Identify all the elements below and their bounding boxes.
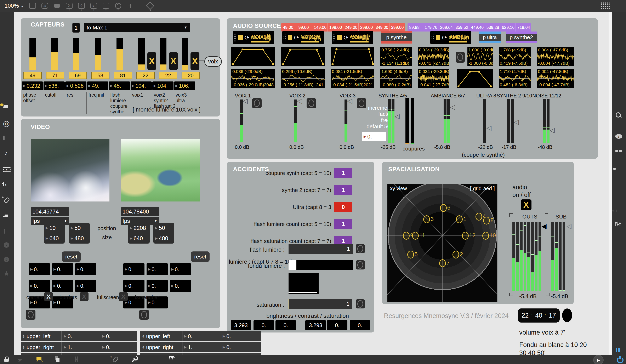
position-xy-box[interactable]: ▶10 ▶640 [44, 223, 65, 243]
step-cell[interactable]: 359.52 [454, 23, 470, 32]
saturation-slider[interactable]: 1 [289, 299, 352, 309]
bang-button[interactable] [26, 310, 36, 320]
float-box[interactable]: ▶0. [123, 280, 145, 292]
slider-handle[interactable]: ◁ [514, 119, 519, 125]
increment-float-box[interactable]: ▶0. [362, 132, 386, 141]
capteur-value-box[interactable]: 71 [46, 72, 64, 79]
count-box[interactable]: 1 [334, 219, 352, 229]
player-voix2[interactable]: ⟳ VOIX2... [282, 31, 324, 44]
capteur-slider[interactable] [95, 38, 101, 70]
number-box-icon[interactable]: 0▼ [77, 1, 86, 10]
source-point[interactable]: 6 [440, 204, 447, 212]
mute-toggle-voix2[interactable]: X [169, 52, 178, 70]
capteur-slider[interactable] [138, 38, 145, 70]
source-point[interactable]: 8 [483, 217, 490, 225]
split-view-icon[interactable] [615, 150, 622, 152]
spinner-icon[interactable]: ▲▼ [142, 334, 145, 338]
float-box[interactable]: ▶0. [29, 263, 50, 275]
p-ultra-object[interactable]: p ultra [479, 32, 501, 43]
source-point[interactable]: 2 [453, 251, 459, 258]
bcs-value[interactable]: 3.293 [231, 320, 251, 330]
loop-icon[interactable]: ⟳ [344, 34, 349, 41]
bcs-value[interactable]: 0. [327, 320, 348, 330]
bcs-value[interactable]: 0. [275, 320, 296, 330]
coord-label-cell[interactable]: ▲▼upper_right [140, 342, 182, 352]
capteur-slider[interactable] [182, 38, 188, 70]
param-number-box[interactable]: ▶536. [43, 81, 65, 90]
count-box[interactable]: 0 [334, 202, 352, 212]
step-cell[interactable]: 399.00 [390, 23, 405, 32]
stop-icon[interactable] [288, 35, 292, 40]
capteur-value-box[interactable]: 22 [159, 72, 177, 79]
filters-icon[interactable] [615, 222, 620, 226]
step-cell[interactable]: 99.00 [297, 23, 312, 32]
waveform-thumb[interactable]: VOIX3... [350, 32, 370, 43]
param-number-box[interactable]: ▶104. [152, 81, 173, 90]
flash-lumiere-slider[interactable]: 1 [289, 244, 353, 254]
step-cell[interactable]: 269.64 [438, 23, 454, 32]
step-cell[interactable]: 179.76 [423, 23, 439, 32]
audio-meter-mini-icon[interactable] [616, 348, 620, 352]
music-note-icon[interactable]: ♪ [4, 149, 8, 157]
step-cell[interactable]: 349.00 [374, 23, 390, 32]
param-number-box[interactable]: ▶0.232 [22, 81, 43, 90]
gain-slider-voix2[interactable] [294, 99, 297, 142]
size-wh-box-2[interactable]: ▶50 ▶480 [153, 223, 174, 243]
bang-button[interactable] [356, 244, 365, 253]
outs-gain-handle[interactable]: ◀ [542, 222, 547, 230]
bandcamp-badge-icon[interactable]: b [4, 257, 9, 262]
bang-button[interactable] [456, 52, 465, 63]
capteur-slider[interactable] [73, 38, 79, 70]
param-number-box[interactable]: ▶106. [174, 81, 195, 90]
step-cell[interactable]: 249.00 [343, 23, 359, 32]
capteur-slider[interactable] [117, 38, 123, 70]
zoom-menu[interactable]: 100%▼ [4, 3, 24, 9]
step-cell[interactable]: 299.00 [359, 23, 374, 32]
loop-icon[interactable]: ⟳ [294, 34, 299, 41]
red-step-strip[interactable]: 49.0099.00149.00199.00249.00299.00349.00… [281, 23, 405, 32]
preset-number[interactable]: 1 [72, 23, 80, 33]
target-dropdown[interactable]: to Max 1▼ [84, 23, 190, 32]
reset-button-right[interactable]: reset [191, 251, 210, 262]
player-ambiance[interactable]: ⟳ AMBI... [430, 31, 471, 44]
envelope-editor[interactable] [281, 47, 325, 66]
slider-handle[interactable]: ◁ [242, 97, 248, 104]
source-point[interactable]: 12 [462, 232, 469, 240]
borders-toggle[interactable]: X [80, 292, 88, 301]
slider-handle[interactable]: ◁ [297, 97, 302, 104]
fondu-lumiere-slider[interactable] [289, 260, 353, 270]
scrollbar[interactable] [609, 12, 612, 355]
stop-icon[interactable] [436, 35, 440, 40]
bang-button[interactable] [252, 98, 262, 108]
coord-label-cell[interactable]: ▲▼upper_right [21, 342, 62, 352]
float-box[interactable]: ▶0. [29, 280, 50, 292]
corners-toggle[interactable]: X [44, 292, 53, 301]
source-point[interactable]: 3 [423, 215, 430, 223]
stop-icon[interactable] [337, 35, 342, 40]
slider-handle[interactable]: ◁ [450, 104, 455, 110]
p-synthe2-object[interactable]: p synthe2 [506, 32, 537, 43]
float-box[interactable]: ▶0. [75, 280, 96, 292]
bcs-value[interactable]: 3.293 [305, 320, 326, 330]
capteur-slider[interactable] [51, 38, 58, 70]
vimeo-badge-icon[interactable]: v [4, 242, 9, 248]
message-box-icon[interactable]: m [40, 1, 49, 10]
bcs-value[interactable]: 0. [254, 320, 274, 330]
bang-button[interactable] [139, 310, 149, 320]
loop-icon[interactable]: ⟳ [442, 34, 447, 41]
param-number-box[interactable]: ▶49. [87, 81, 108, 90]
star-icon[interactable]: ★ [3, 269, 9, 278]
float-box[interactable]: ▶0. [52, 263, 73, 275]
waveform-thumb[interactable]: VOIX2... [301, 32, 321, 43]
step-cell[interactable]: 719.04 [516, 23, 531, 32]
spinner-icon[interactable]: ▲▼ [22, 334, 25, 338]
spinner-icon[interactable]: ▲▼ [22, 345, 25, 349]
waveform-thumb[interactable]: AMBI... [449, 32, 469, 43]
step-cell[interactable]: 629.16 [500, 23, 516, 32]
float-box[interactable]: ▶0. [123, 263, 145, 275]
float-box[interactable]: ▶0. [75, 263, 96, 275]
source-point[interactable]: 9 [403, 232, 410, 240]
coord-label-cell[interactable]: ▲▼upper_left [140, 331, 182, 341]
float-box[interactable]: ▶0. [147, 263, 168, 275]
loop-icon[interactable]: ⟳ [244, 34, 250, 41]
